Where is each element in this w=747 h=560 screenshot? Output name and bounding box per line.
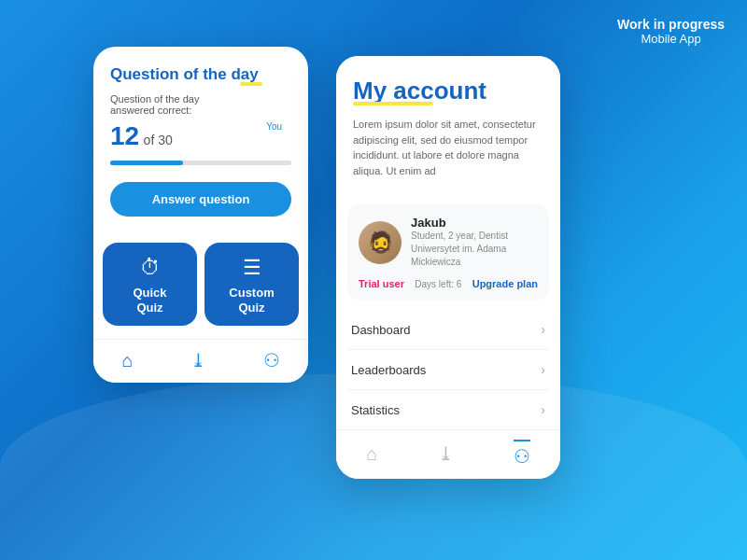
my-account-card: My account Lorem ipsum dolor sit amet, c… [336, 56, 560, 479]
qod-score: 12 [110, 121, 139, 150]
progress-bar-background [110, 161, 291, 165]
watermark: Work in progress Mobile App [617, 17, 725, 46]
profile-info: Jakub Student, 2 year, DentistUniwersyte… [411, 216, 538, 269]
chevron-icon-leaderboards: › [541, 362, 545, 377]
qod-title: Question of the day [110, 65, 259, 84]
profile-row: 🧔 Jakub Student, 2 year, DentistUniwersy… [359, 216, 538, 269]
progress-bar-fill [110, 161, 183, 165]
you-label: You [266, 121, 282, 132]
qod-subtitle: Question of the dayanswered correct: [110, 93, 291, 116]
menu-item-statistics[interactable]: Statistics › [347, 390, 549, 429]
chevron-icon-statistics: › [541, 402, 545, 417]
account-bottom-nav: ⌂ ⤓ ⚇ [336, 429, 560, 479]
left-nav-download-icon[interactable]: ⤓ [190, 349, 206, 371]
days-left: Days left: 6 [415, 279, 461, 289]
watermark-subtitle: Mobile App [617, 32, 725, 46]
profile-section: 🧔 Jakub Student, 2 year, DentistUniwersy… [347, 204, 549, 301]
trial-row: Trial user Days left: 6 Upgrade plan [359, 278, 538, 289]
chevron-icon-dashboard: › [541, 322, 545, 337]
menu-label-statistics: Statistics [351, 403, 400, 417]
quiz-buttons-row: ⏱ QuickQuiz ☰ CustomQuiz [93, 243, 308, 339]
quick-quiz-icon: ⏱ [110, 256, 190, 280]
quick-quiz-button[interactable]: ⏱ QuickQuiz [103, 243, 197, 326]
profile-detail: Student, 2 year, DentistUniwersytet im. … [411, 230, 538, 269]
account-description: Lorem ipsum dolor sit amet, consectetur … [353, 117, 543, 178]
profile-name: Jakub [411, 216, 538, 230]
qod-of: of 30 [144, 133, 173, 147]
menu-item-dashboard[interactable]: Dashboard › [347, 310, 549, 350]
custom-quiz-label: CustomQuiz [212, 286, 291, 315]
menu-list: Dashboard › Leaderboards › Statistics › [336, 310, 560, 429]
menu-item-leaderboards[interactable]: Leaderboards › [347, 350, 549, 390]
acc-nav-user-icon[interactable]: ⚇ [514, 440, 530, 468]
quick-quiz-label: QuickQuiz [110, 286, 190, 315]
account-title: My account [353, 77, 486, 105]
card-body: Question of the day Question of the daya… [93, 47, 308, 243]
trial-badge: Trial user [359, 278, 404, 289]
avatar: 🧔 [359, 221, 402, 264]
left-nav-user-icon[interactable]: ⚇ [263, 349, 280, 371]
left-bottom-nav: ⌂ ⤓ ⚇ [93, 339, 308, 383]
acc-nav-home-icon[interactable]: ⌂ [366, 443, 377, 465]
cards-container: Question of the day Question of the daya… [93, 47, 560, 479]
question-of-day-card: Question of the day Question of the daya… [93, 47, 308, 383]
custom-quiz-icon: ☰ [212, 256, 291, 280]
answer-question-button[interactable]: Answer question [110, 182, 291, 217]
menu-label-leaderboards: Leaderboards [351, 363, 426, 377]
watermark-title: Work in progress [617, 17, 725, 32]
qod-score-row: 12 of 30 You [110, 121, 291, 151]
account-header: My account Lorem ipsum dolor sit amet, c… [336, 56, 560, 204]
upgrade-plan-button[interactable]: Upgrade plan [472, 278, 538, 289]
acc-nav-download-icon[interactable]: ⤓ [438, 442, 454, 465]
left-nav-home-icon[interactable]: ⌂ [121, 350, 133, 371]
custom-quiz-button[interactable]: ☰ CustomQuiz [204, 243, 299, 326]
qod-subtitle-text: Question of the dayanswered correct: [110, 93, 199, 116]
menu-label-dashboard: Dashboard [351, 323, 411, 337]
